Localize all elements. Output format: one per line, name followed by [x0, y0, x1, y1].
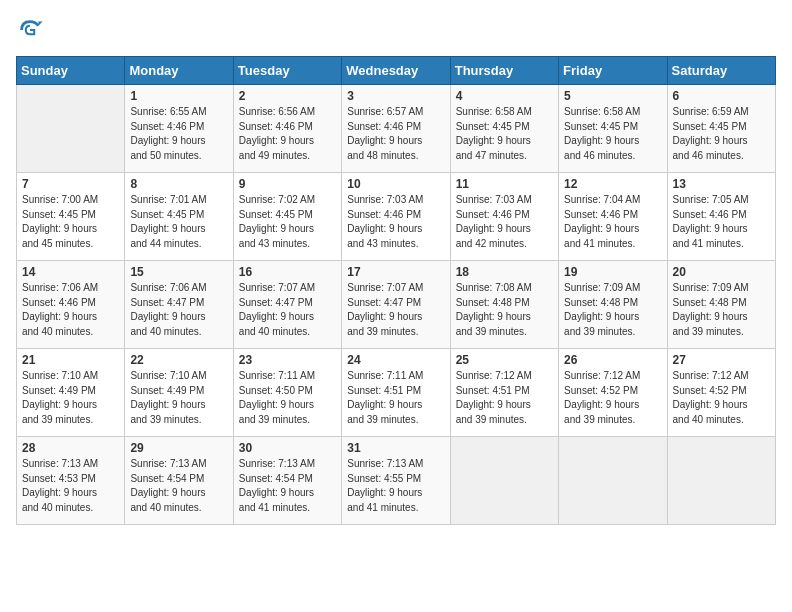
day-number: 24 — [347, 353, 444, 367]
col-header-thursday: Thursday — [450, 57, 558, 85]
day-info: Sunrise: 6:57 AM Sunset: 4:46 PM Dayligh… — [347, 105, 444, 163]
day-info: Sunrise: 7:09 AM Sunset: 4:48 PM Dayligh… — [673, 281, 770, 339]
week-row-3: 21Sunrise: 7:10 AM Sunset: 4:49 PM Dayli… — [17, 349, 776, 437]
week-row-1: 7Sunrise: 7:00 AM Sunset: 4:45 PM Daylig… — [17, 173, 776, 261]
day-cell: 8Sunrise: 7:01 AM Sunset: 4:45 PM Daylig… — [125, 173, 233, 261]
day-info: Sunrise: 7:04 AM Sunset: 4:46 PM Dayligh… — [564, 193, 661, 251]
day-cell: 23Sunrise: 7:11 AM Sunset: 4:50 PM Dayli… — [233, 349, 341, 437]
col-header-sunday: Sunday — [17, 57, 125, 85]
day-number: 18 — [456, 265, 553, 279]
day-number: 7 — [22, 177, 119, 191]
day-number: 12 — [564, 177, 661, 191]
day-number: 11 — [456, 177, 553, 191]
day-info: Sunrise: 6:56 AM Sunset: 4:46 PM Dayligh… — [239, 105, 336, 163]
day-cell: 30Sunrise: 7:13 AM Sunset: 4:54 PM Dayli… — [233, 437, 341, 525]
day-number: 1 — [130, 89, 227, 103]
day-cell: 12Sunrise: 7:04 AM Sunset: 4:46 PM Dayli… — [559, 173, 667, 261]
day-number: 20 — [673, 265, 770, 279]
day-info: Sunrise: 7:06 AM Sunset: 4:46 PM Dayligh… — [22, 281, 119, 339]
day-info: Sunrise: 7:07 AM Sunset: 4:47 PM Dayligh… — [239, 281, 336, 339]
day-number: 2 — [239, 89, 336, 103]
day-cell: 7Sunrise: 7:00 AM Sunset: 4:45 PM Daylig… — [17, 173, 125, 261]
col-header-monday: Monday — [125, 57, 233, 85]
day-number: 31 — [347, 441, 444, 455]
week-row-0: 1Sunrise: 6:55 AM Sunset: 4:46 PM Daylig… — [17, 85, 776, 173]
calendar-table: SundayMondayTuesdayWednesdayThursdayFrid… — [16, 56, 776, 525]
day-info: Sunrise: 7:13 AM Sunset: 4:53 PM Dayligh… — [22, 457, 119, 515]
day-info: Sunrise: 7:02 AM Sunset: 4:45 PM Dayligh… — [239, 193, 336, 251]
day-info: Sunrise: 7:00 AM Sunset: 4:45 PM Dayligh… — [22, 193, 119, 251]
col-header-wednesday: Wednesday — [342, 57, 450, 85]
day-info: Sunrise: 7:07 AM Sunset: 4:47 PM Dayligh… — [347, 281, 444, 339]
day-info: Sunrise: 7:01 AM Sunset: 4:45 PM Dayligh… — [130, 193, 227, 251]
day-number: 9 — [239, 177, 336, 191]
day-number: 28 — [22, 441, 119, 455]
day-info: Sunrise: 7:13 AM Sunset: 4:54 PM Dayligh… — [239, 457, 336, 515]
day-cell: 22Sunrise: 7:10 AM Sunset: 4:49 PM Dayli… — [125, 349, 233, 437]
day-number: 3 — [347, 89, 444, 103]
page-header — [16, 16, 776, 44]
day-info: Sunrise: 7:12 AM Sunset: 4:52 PM Dayligh… — [673, 369, 770, 427]
col-header-saturday: Saturday — [667, 57, 775, 85]
day-number: 27 — [673, 353, 770, 367]
day-cell: 15Sunrise: 7:06 AM Sunset: 4:47 PM Dayli… — [125, 261, 233, 349]
day-cell: 16Sunrise: 7:07 AM Sunset: 4:47 PM Dayli… — [233, 261, 341, 349]
logo-icon — [16, 16, 44, 44]
day-info: Sunrise: 6:58 AM Sunset: 4:45 PM Dayligh… — [564, 105, 661, 163]
day-cell — [667, 437, 775, 525]
day-cell: 1Sunrise: 6:55 AM Sunset: 4:46 PM Daylig… — [125, 85, 233, 173]
calendar-body: 1Sunrise: 6:55 AM Sunset: 4:46 PM Daylig… — [17, 85, 776, 525]
day-cell: 29Sunrise: 7:13 AM Sunset: 4:54 PM Dayli… — [125, 437, 233, 525]
day-cell: 28Sunrise: 7:13 AM Sunset: 4:53 PM Dayli… — [17, 437, 125, 525]
day-cell: 6Sunrise: 6:59 AM Sunset: 4:45 PM Daylig… — [667, 85, 775, 173]
day-number: 29 — [130, 441, 227, 455]
day-number: 25 — [456, 353, 553, 367]
day-number: 13 — [673, 177, 770, 191]
day-cell: 27Sunrise: 7:12 AM Sunset: 4:52 PM Dayli… — [667, 349, 775, 437]
day-info: Sunrise: 6:55 AM Sunset: 4:46 PM Dayligh… — [130, 105, 227, 163]
day-cell: 25Sunrise: 7:12 AM Sunset: 4:51 PM Dayli… — [450, 349, 558, 437]
day-cell: 10Sunrise: 7:03 AM Sunset: 4:46 PM Dayli… — [342, 173, 450, 261]
day-cell — [450, 437, 558, 525]
day-number: 10 — [347, 177, 444, 191]
day-number: 19 — [564, 265, 661, 279]
day-info: Sunrise: 7:03 AM Sunset: 4:46 PM Dayligh… — [456, 193, 553, 251]
day-number: 23 — [239, 353, 336, 367]
day-cell: 21Sunrise: 7:10 AM Sunset: 4:49 PM Dayli… — [17, 349, 125, 437]
day-cell: 14Sunrise: 7:06 AM Sunset: 4:46 PM Dayli… — [17, 261, 125, 349]
day-cell: 26Sunrise: 7:12 AM Sunset: 4:52 PM Dayli… — [559, 349, 667, 437]
day-number: 30 — [239, 441, 336, 455]
day-info: Sunrise: 7:08 AM Sunset: 4:48 PM Dayligh… — [456, 281, 553, 339]
day-number: 6 — [673, 89, 770, 103]
day-info: Sunrise: 7:13 AM Sunset: 4:55 PM Dayligh… — [347, 457, 444, 515]
day-number: 4 — [456, 89, 553, 103]
day-info: Sunrise: 7:05 AM Sunset: 4:46 PM Dayligh… — [673, 193, 770, 251]
day-number: 26 — [564, 353, 661, 367]
day-number: 16 — [239, 265, 336, 279]
day-cell: 18Sunrise: 7:08 AM Sunset: 4:48 PM Dayli… — [450, 261, 558, 349]
day-info: Sunrise: 7:12 AM Sunset: 4:52 PM Dayligh… — [564, 369, 661, 427]
day-number: 14 — [22, 265, 119, 279]
day-info: Sunrise: 6:58 AM Sunset: 4:45 PM Dayligh… — [456, 105, 553, 163]
day-info: Sunrise: 7:06 AM Sunset: 4:47 PM Dayligh… — [130, 281, 227, 339]
day-cell: 9Sunrise: 7:02 AM Sunset: 4:45 PM Daylig… — [233, 173, 341, 261]
day-info: Sunrise: 7:12 AM Sunset: 4:51 PM Dayligh… — [456, 369, 553, 427]
day-cell: 11Sunrise: 7:03 AM Sunset: 4:46 PM Dayli… — [450, 173, 558, 261]
day-cell: 17Sunrise: 7:07 AM Sunset: 4:47 PM Dayli… — [342, 261, 450, 349]
day-info: Sunrise: 7:09 AM Sunset: 4:48 PM Dayligh… — [564, 281, 661, 339]
day-cell: 31Sunrise: 7:13 AM Sunset: 4:55 PM Dayli… — [342, 437, 450, 525]
logo — [16, 16, 48, 44]
day-info: Sunrise: 7:10 AM Sunset: 4:49 PM Dayligh… — [22, 369, 119, 427]
week-row-4: 28Sunrise: 7:13 AM Sunset: 4:53 PM Dayli… — [17, 437, 776, 525]
day-number: 8 — [130, 177, 227, 191]
day-info: Sunrise: 7:03 AM Sunset: 4:46 PM Dayligh… — [347, 193, 444, 251]
day-number: 5 — [564, 89, 661, 103]
day-cell: 4Sunrise: 6:58 AM Sunset: 4:45 PM Daylig… — [450, 85, 558, 173]
day-cell — [17, 85, 125, 173]
day-number: 22 — [130, 353, 227, 367]
day-info: Sunrise: 6:59 AM Sunset: 4:45 PM Dayligh… — [673, 105, 770, 163]
day-cell: 19Sunrise: 7:09 AM Sunset: 4:48 PM Dayli… — [559, 261, 667, 349]
day-cell: 5Sunrise: 6:58 AM Sunset: 4:45 PM Daylig… — [559, 85, 667, 173]
day-info: Sunrise: 7:13 AM Sunset: 4:54 PM Dayligh… — [130, 457, 227, 515]
week-row-2: 14Sunrise: 7:06 AM Sunset: 4:46 PM Dayli… — [17, 261, 776, 349]
